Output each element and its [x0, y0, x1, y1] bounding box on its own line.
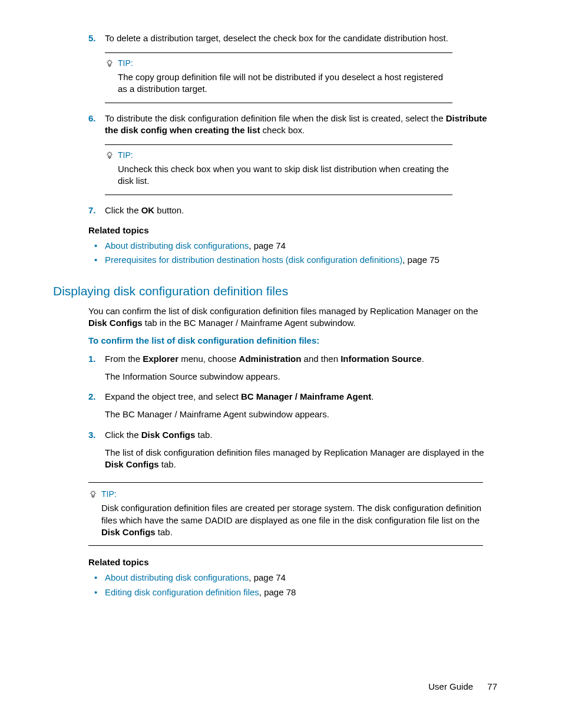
list-item-2: 2. Expand the object tree, and select BC… — [88, 391, 497, 403]
list-number: 1. — [88, 353, 105, 365]
related-topics-heading: Related topics — [88, 556, 497, 568]
list-text: To delete a distribution target, deselec… — [105, 32, 497, 44]
tip-box: TIP: The copy group definition file will… — [105, 52, 452, 103]
list-subtext: The Information Source subwindow appears… — [105, 371, 497, 383]
page-number: 77 — [487, 681, 497, 691]
list-text: To distribute the disk configuration def… — [105, 113, 497, 137]
related-link-item: • Prerequisites for distribution destina… — [94, 254, 497, 266]
tip-header: TIP: — [88, 489, 483, 500]
procedure-heading: To confirm the list of disk configuratio… — [88, 335, 497, 347]
related-topics-heading: Related topics — [88, 225, 497, 236]
list-text: Expand the object tree, and select BC Ma… — [105, 391, 497, 403]
list-text: From the Explorer menu, choose Administr… — [105, 353, 497, 365]
bullet-icon: • — [94, 240, 105, 252]
list-text: Click the Disk Configs tab. — [105, 429, 497, 441]
svg-point-0 — [108, 60, 112, 64]
list-number: 5. — [88, 32, 105, 44]
related-link-item: • Editing disk configuration definition … — [94, 587, 497, 598]
tip-text: The copy group definition file will not … — [118, 71, 452, 95]
related-link-item: • About distributing disk configurations… — [94, 240, 497, 252]
lightbulb-icon — [105, 59, 114, 68]
list-number: 2. — [88, 391, 105, 403]
related-link-item: • About distributing disk configurations… — [94, 572, 497, 584]
tip-header: TIP: — [105, 58, 452, 69]
list-number: 3. — [88, 429, 105, 441]
footer-title: User Guide — [428, 681, 473, 691]
bullet-icon: • — [94, 254, 105, 266]
bullet-icon: • — [94, 587, 105, 598]
tip-text: Uncheck this check box when you want to … — [118, 163, 452, 187]
svg-point-1 — [108, 152, 112, 156]
lightbulb-icon — [88, 490, 98, 499]
tip-label: TIP: — [118, 150, 133, 161]
list-number: 6. — [88, 113, 105, 137]
list-item-1: 1. From the Explorer menu, choose Admini… — [88, 353, 497, 365]
section-heading: Displaying disk configuration definition… — [53, 283, 497, 299]
svg-point-2 — [91, 491, 95, 495]
related-link[interactable]: Prerequisites for distribution destinati… — [105, 255, 402, 265]
intro-paragraph: You can confirm the list of disk configu… — [88, 305, 497, 330]
list-item-3: 3. Click the Disk Configs tab. — [88, 429, 497, 441]
tip-label: TIP: — [101, 489, 117, 500]
page-footer: User Guide 77 — [428, 681, 497, 693]
related-link[interactable]: About distributing disk configurations — [105, 572, 249, 582]
list-subtext: The list of disk configuration definitio… — [105, 447, 497, 471]
list-item-6: 6. To distribute the disk configuration … — [88, 113, 497, 137]
page-content: 5. To delete a distribution target, dese… — [0, 0, 562, 728]
list-number: 7. — [88, 205, 105, 216]
tip-label: TIP: — [118, 58, 133, 69]
related-link[interactable]: Editing disk configuration definition fi… — [105, 587, 259, 597]
list-text: Click the OK button. — [105, 205, 497, 216]
related-link[interactable]: About distributing disk configurations — [105, 241, 249, 251]
bullet-icon: • — [94, 572, 105, 584]
list-subtext: The BC Manager / Mainframe Agent subwind… — [105, 409, 497, 420]
tip-header: TIP: — [105, 150, 452, 161]
list-item-7: 7. Click the OK button. — [88, 205, 497, 216]
tip-box: TIP: Uncheck this check box when you wan… — [105, 144, 452, 195]
list-item-5: 5. To delete a distribution target, dese… — [88, 32, 497, 44]
lightbulb-icon — [105, 151, 114, 160]
tip-text: Disk configuration definition files are … — [101, 502, 483, 538]
tip-box: TIP: Disk configuration definition files… — [88, 482, 483, 546]
